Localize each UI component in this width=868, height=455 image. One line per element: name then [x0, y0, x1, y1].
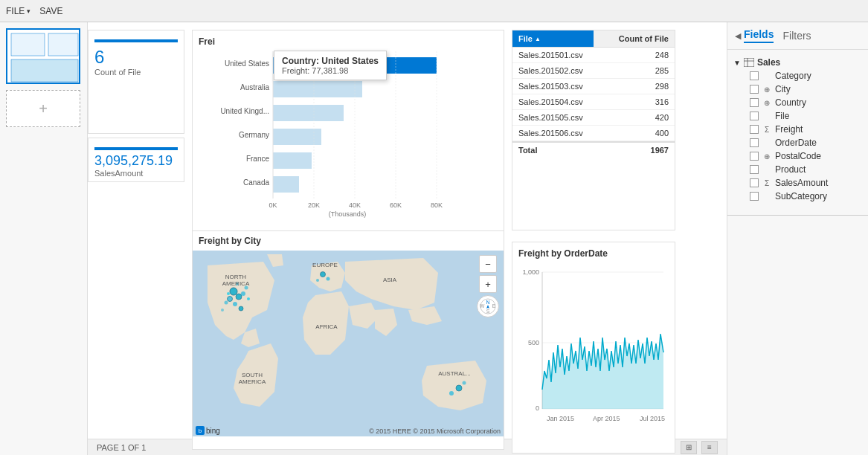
svg-text:1,000: 1,000 [522, 268, 539, 276]
map-zoom-in-button[interactable]: + [479, 275, 497, 293]
table-row[interactable]: Sales.201504.csv 316 [512, 94, 675, 110]
tab-fields[interactable]: Fields [744, 28, 774, 43]
svg-text:0: 0 [536, 404, 539, 412]
field-category[interactable]: Category [733, 69, 862, 83]
field-postalcode[interactable]: ⊕ PostalCode [733, 149, 862, 163]
map-compass-button[interactable]: N S W E [477, 295, 499, 317]
svg-text:W: W [480, 303, 485, 309]
field-orderdate[interactable]: OrderDate [733, 136, 862, 149]
save-label: SAVE [39, 6, 62, 16]
category-label: Category [775, 71, 811, 81]
subcategory-checkbox[interactable] [750, 192, 759, 201]
freight-by-orderdate-card: Freight by OrderDate 1,000 500 0 [512, 242, 675, 454]
canvas-area: 6 Count of File 3,095,275.19 SalesAmount… [88, 22, 727, 455]
svg-text:EUROPE: EUROPE [312, 262, 338, 268]
subcategory-label: SubCategory [775, 191, 827, 201]
page-thumbnail-1[interactable] [6, 28, 80, 84]
file-dropdown-arrow: ▾ [27, 7, 30, 15]
table-body: Sales.201501.csv 248 Sales.201502.csv 28… [512, 48, 675, 158]
country-globe-icon: ⊕ [762, 99, 772, 107]
category-checkbox[interactable] [750, 71, 759, 80]
bar-fr[interactable] [273, 152, 312, 169]
svg-point-36 [316, 279, 319, 282]
map-attribution: © 2015 HERE © 2015 Microsoft Corporation [369, 427, 501, 435]
city-checkbox[interactable] [750, 85, 759, 94]
postalcode-checkbox[interactable] [750, 152, 759, 161]
svg-point-25 [241, 291, 245, 296]
tab-filters[interactable]: Filters [782, 30, 811, 42]
field-file[interactable]: File [733, 109, 862, 123]
svg-point-31 [247, 297, 250, 300]
list-view-button[interactable]: ≡ [701, 441, 718, 454]
svg-rect-1 [11, 33, 45, 56]
field-subcategory[interactable]: SubCategory [733, 190, 862, 203]
svg-point-37 [456, 385, 462, 391]
file-count-table: File ▲ Count of File Sales.201501.csv 24… [512, 30, 675, 230]
page-number: PAGE 1 OF 1 [97, 443, 146, 452]
product-checkbox[interactable] [750, 165, 759, 174]
svg-rect-67 [744, 58, 754, 67]
file-checkbox[interactable] [750, 112, 759, 120]
map-controls: − + N S W E [477, 255, 499, 317]
bar-ca[interactable] [273, 176, 299, 193]
postalcode-globe-icon: ⊕ [762, 152, 772, 161]
field-freight[interactable]: Σ Freight [733, 123, 862, 136]
sales-group-label: Sales [757, 57, 780, 68]
orderdate-label: OrderDate [775, 138, 817, 148]
world-map-svg: NORTH AMERICA SOUTH AMERICA EUROPE AFRIC… [193, 251, 504, 436]
save-button[interactable]: SAVE [39, 6, 62, 16]
bar-au[interactable] [273, 81, 362, 97]
table-row[interactable]: Sales.201505.csv 420 [512, 110, 675, 126]
bing-logo: b bing [196, 426, 220, 435]
table-icon [744, 58, 754, 67]
country-tooltip: Country: United States Freight: 77,381.9… [274, 51, 387, 80]
orderdate-checkbox[interactable] [750, 138, 759, 147]
file-label: File [775, 111, 789, 121]
svg-point-27 [225, 301, 228, 305]
sales-label: SalesAmount [94, 169, 178, 178]
table-row[interactable]: Sales.201506.csv 400 [512, 126, 675, 141]
field-salesamount[interactable]: Σ SalesAmount [733, 176, 862, 190]
grid-view-button[interactable]: ⊞ [681, 441, 697, 454]
fields-tree: ▼ Sales Category ⊕ City [727, 50, 868, 209]
sales-amount-card: 3,095,275.19 SalesAmount [88, 138, 184, 182]
svg-point-35 [327, 277, 330, 281]
line-chart-svg: 1,000 500 0 Jan 2015 Apr 2015 [518, 263, 667, 434]
bar-de[interactable] [273, 129, 321, 145]
sales-group-header[interactable]: ▼ Sales [733, 56, 862, 69]
add-page-button[interactable]: + [6, 90, 80, 127]
svg-point-39 [463, 381, 466, 385]
svg-text:NORTH: NORTH [225, 274, 247, 280]
city-label: City [775, 84, 791, 94]
right-panel: ◀ Fields Filters ▼ Sales Categ [727, 22, 868, 455]
file-menu-button[interactable]: FILE ▾ [6, 6, 30, 16]
svg-text:40K: 40K [349, 201, 361, 209]
svg-rect-3 [11, 59, 78, 82]
svg-text:Canada: Canada [243, 178, 269, 187]
count-column-header[interactable]: Count of File [594, 30, 675, 47]
table-row[interactable]: Sales.201503.csv 298 [512, 79, 675, 94]
table-row[interactable]: Sales.201501.csv 248 [512, 48, 675, 63]
country-checkbox[interactable] [750, 98, 759, 107]
table-row[interactable]: Sales.201502.csv 285 [512, 63, 675, 79]
field-product[interactable]: Product [733, 163, 862, 176]
right-panel-collapse-button[interactable]: ◀ [735, 31, 741, 41]
bar-uk[interactable] [273, 105, 344, 121]
file-column-header[interactable]: File ▲ [512, 30, 594, 47]
svg-text:N: N [486, 300, 489, 305]
map-zoom-out-button[interactable]: − [479, 255, 497, 273]
topbar: FILE ▾ SAVE [0, 0, 868, 22]
field-country[interactable]: ⊕ Country [733, 96, 862, 109]
map-background[interactable]: NORTH AMERICA SOUTH AMERICA EUROPE AFRIC… [193, 251, 504, 436]
field-city[interactable]: ⊕ City [733, 83, 862, 96]
salesamount-checkbox[interactable] [750, 178, 759, 187]
line-chart-title: Freight by OrderDate [518, 248, 669, 259]
freight-checkbox[interactable] [750, 125, 759, 134]
svg-text:AMERICA: AMERICA [239, 378, 266, 385]
svg-text:United Kingd...: United Kingd... [220, 107, 269, 115]
svg-point-26 [233, 302, 237, 306]
svg-text:AFRICA: AFRICA [315, 323, 338, 330]
main-layout: + 6 Count of File 3,095,275.19 SalesAmou… [0, 22, 868, 455]
svg-text:b: b [199, 427, 202, 434]
sales-expand-icon: ▼ [733, 59, 741, 67]
